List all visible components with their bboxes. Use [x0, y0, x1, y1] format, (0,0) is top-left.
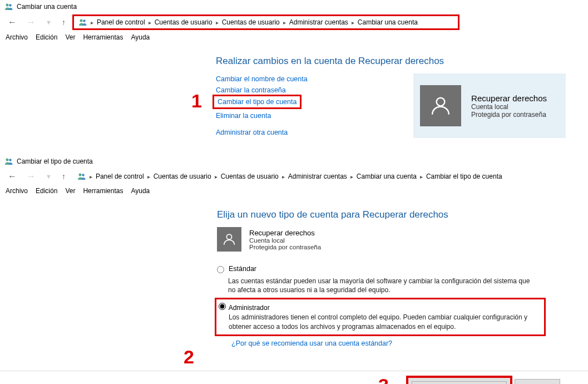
svg-point-3: [83, 19, 85, 22]
account-protection: Protegida por contraseña: [471, 111, 547, 119]
link-delete-account[interactable]: Eliminar la cuenta: [216, 110, 383, 121]
cancel-button[interactable]: Cancelar: [515, 379, 560, 384]
svg-point-5: [6, 159, 9, 161]
nav-back-button[interactable]: ←: [4, 170, 20, 183]
menu-bar-2: Archivo Edición Ver Herramientas Ayuda: [0, 185, 588, 199]
users-icon: [4, 157, 13, 166]
radio-admin-highlight: Administrador Los administradores tienen…: [215, 298, 546, 336]
chevron-right-icon: ▸: [349, 174, 354, 180]
link-why-standard[interactable]: ¿Por qué se recomienda usar una cuenta e…: [231, 339, 392, 347]
radio-standard-text: Estándar: [229, 265, 256, 273]
account-actions-list: Cambiar el nombre de cuenta Cambiar la c…: [216, 73, 383, 138]
annotation-2: 2: [184, 346, 194, 368]
window-title-2: Cambiar el tipo de cuenta: [17, 157, 93, 165]
content-2: Elija un nuevo tipo de cuenta para Recup…: [0, 199, 588, 364]
breadcrumb-item[interactable]: Cuentas de usuario: [221, 173, 279, 180]
nav-recent-dropdown[interactable]: ▼: [42, 18, 55, 27]
nav-row-2: ← → ▼ ↑ ▸ Panel de control ▸ Cuentas de …: [0, 168, 588, 185]
menu-ver[interactable]: Ver: [65, 33, 75, 41]
svg-point-0: [6, 4, 9, 7]
breadcrumb-item[interactable]: Cambiar una cuenta: [357, 173, 417, 180]
link-manage-other-account[interactable]: Administrar otra cuenta: [216, 127, 383, 138]
svg-point-7: [78, 174, 81, 176]
avatar: [217, 227, 241, 252]
radio-admin-label[interactable]: Administrador: [219, 304, 270, 312]
button-row: 3 Cambiar el tipo de cuenta Cancelar: [0, 371, 588, 384]
chevron-right-icon: ▸: [146, 174, 151, 180]
breadcrumb-1[interactable]: ▸ Panel de control ▸ Cuentas de usuario …: [72, 14, 459, 30]
window-title-bar-1: Cambiar una cuenta: [0, 0, 588, 13]
account-card-small: Recuperar derechos Cuenta local Protegid…: [217, 227, 566, 252]
radio-standard[interactable]: Estándar: [217, 263, 543, 275]
page-heading-2: Elija un nuevo tipo de cuenta para Recup…: [217, 209, 566, 220]
chevron-right-icon: ▸: [419, 174, 424, 180]
chevron-right-icon: ▸: [214, 174, 219, 180]
svg-point-9: [226, 234, 231, 239]
window-title-bar-2: Cambiar el tipo de cuenta: [0, 155, 588, 168]
breadcrumb-item[interactable]: Panel de control: [96, 173, 144, 180]
menu-bar-1: Archivo Edición Ver Herramientas Ayuda: [0, 31, 588, 46]
radio-admin-input[interactable]: [219, 303, 226, 310]
svg-point-4: [437, 98, 445, 106]
annotation-3: 3: [378, 375, 389, 384]
radio-standard-desc: Las cuentas estándar pueden usar la mayo…: [228, 275, 538, 300]
menu-archivo[interactable]: Archivo: [6, 33, 28, 41]
svg-point-1: [9, 4, 11, 6]
radio-admin-text: Administrador: [229, 304, 270, 312]
chevron-right-icon: ▸: [147, 19, 152, 26]
chevron-right-icon: ▸: [88, 174, 93, 180]
link-change-password[interactable]: Cambiar la contraseña: [216, 85, 383, 96]
breadcrumb-item[interactable]: Panel de control: [97, 18, 145, 26]
nav-recent-dropdown[interactable]: ▼: [42, 172, 55, 181]
chevron-right-icon: ▸: [282, 19, 287, 26]
window-title-1: Cambiar una cuenta: [17, 3, 77, 11]
svg-point-6: [9, 159, 11, 161]
page-heading-1: Realizar cambios en la cuenta de Recuper…: [216, 56, 566, 67]
account-protection: Protegida por contraseña: [249, 244, 321, 250]
breadcrumb-item[interactable]: Cuentas de usuario: [222, 18, 280, 26]
chevron-right-icon: ▸: [281, 174, 286, 180]
breadcrumb-item[interactable]: Cambiar una cuenta: [358, 18, 418, 26]
nav-forward-button[interactable]: →: [23, 170, 39, 183]
account-name: Recuperar derechos: [471, 93, 547, 103]
menu-archivo[interactable]: Archivo: [6, 187, 28, 195]
menu-edicion[interactable]: Edición: [36, 33, 57, 41]
link-rename-account[interactable]: Cambiar el nombre de cuenta: [216, 73, 383, 85]
change-type-button[interactable]: Cambiar el tipo de cuenta: [412, 381, 507, 384]
link-change-account-type[interactable]: Cambiar el tipo de cuenta: [213, 95, 302, 109]
breadcrumb-item[interactable]: Cuentas de usuario: [154, 173, 211, 180]
change-type-button-highlight: Cambiar el tipo de cuenta: [406, 376, 512, 384]
breadcrumb-item[interactable]: Cuentas de usuario: [155, 18, 213, 26]
users-icon: [77, 172, 86, 181]
account-card: Recuperar derechos Cuenta local Protegid…: [413, 73, 566, 138]
users-icon: [78, 18, 87, 27]
breadcrumb-2[interactable]: ▸ Panel de control ▸ Cuentas de usuario …: [72, 169, 507, 184]
breadcrumb-item[interactable]: Cambiar el tipo de cuenta: [426, 173, 502, 180]
menu-edicion[interactable]: Edición: [36, 187, 57, 195]
nav-up-button[interactable]: ↑: [58, 171, 69, 182]
account-name: Recuperar derechos: [249, 229, 321, 237]
nav-back-button[interactable]: ←: [4, 16, 20, 28]
chevron-right-icon: ▸: [350, 19, 355, 26]
svg-point-2: [80, 19, 82, 22]
chevron-right-icon: ▸: [215, 19, 220, 26]
account-text: Recuperar derechos Cuenta local Protegid…: [249, 229, 321, 250]
account-kind: Cuenta local: [249, 237, 321, 244]
svg-point-8: [82, 174, 84, 176]
radio-admin-desc: Los administradores tienen el control co…: [229, 312, 537, 332]
menu-ayuda[interactable]: Ayuda: [131, 187, 150, 195]
radio-standard-label[interactable]: Estándar: [217, 265, 543, 273]
menu-ver[interactable]: Ver: [65, 187, 75, 195]
menu-ayuda[interactable]: Ayuda: [131, 33, 150, 41]
menu-herramientas[interactable]: Herramientas: [83, 33, 123, 41]
annotation-1: 1: [191, 90, 202, 112]
nav-up-button[interactable]: ↑: [58, 17, 69, 28]
nav-forward-button[interactable]: →: [23, 16, 39, 28]
menu-herramientas[interactable]: Herramientas: [83, 187, 123, 195]
content-1: Realizar cambios en la cuenta de Recuper…: [0, 46, 588, 155]
chevron-right-icon: ▸: [90, 19, 95, 26]
breadcrumb-item[interactable]: Administrar cuentas: [288, 173, 347, 180]
breadcrumb-item[interactable]: Administrar cuentas: [289, 18, 348, 26]
radio-standard-input[interactable]: [217, 266, 224, 273]
avatar: [420, 85, 461, 126]
